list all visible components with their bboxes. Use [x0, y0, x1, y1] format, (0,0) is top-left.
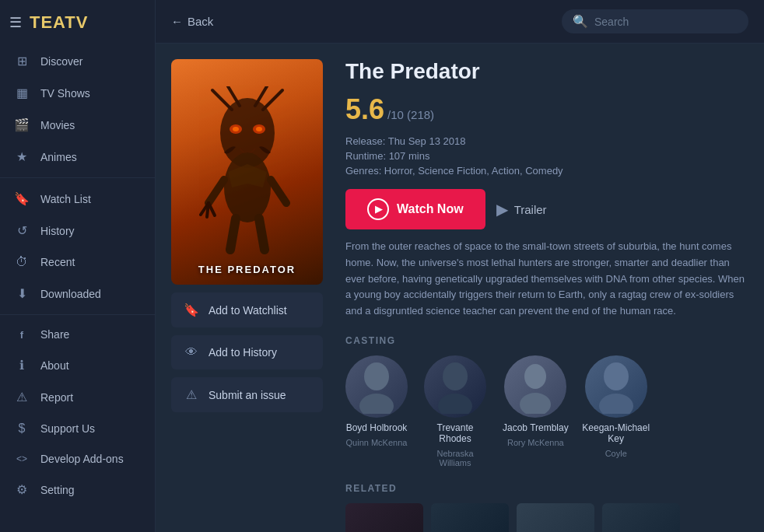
svg-point-21 — [524, 364, 546, 389]
cast-item-jacob[interactable]: Jacob Tremblay Rory McKenna — [503, 355, 569, 467]
svg-line-16 — [259, 219, 265, 250]
related-thumb-4[interactable] — [602, 503, 680, 532]
develop-icon: <> — [14, 453, 30, 464]
sidebar-label-support-us: Support Us — [40, 422, 95, 435]
history-btn-icon: 👁 — [184, 345, 199, 359]
casting-label: CASTING — [345, 335, 748, 346]
sidebar-label-about: About — [40, 359, 69, 372]
cast-char-trevante: Nebraska Williams — [420, 449, 490, 467]
sidebar-label-setting: Setting — [40, 484, 75, 496]
back-label: Back — [187, 15, 213, 28]
sidebar-item-discover[interactable]: ⊞ Discover — [0, 45, 155, 77]
watchlist-btn-icon: 🔖 — [184, 303, 199, 317]
cast-avatar-trevante — [424, 355, 486, 418]
svg-line-1 — [212, 90, 232, 110]
sidebar-item-share[interactable]: f Share — [0, 320, 155, 349]
issue-btn-label: Submit an issue — [209, 389, 286, 401]
search-icon: 🔍 — [573, 14, 588, 29]
setting-icon: ⚙ — [14, 482, 30, 497]
sidebar-item-setting[interactable]: ⚙ Setting — [0, 474, 155, 506]
svg-point-19 — [443, 362, 468, 390]
downloaded-icon: ⬇ — [14, 286, 30, 301]
history-btn-label: Add to History — [209, 346, 277, 359]
recent-icon: ⏱ — [14, 255, 30, 269]
cast-name-boyd: Boyd Holbrook — [346, 422, 408, 433]
cast-item-trevante[interactable]: Trevante Rhodes Nebraska Williams — [420, 355, 490, 467]
rating-row: 5.6 /10 (218) — [345, 93, 748, 126]
casting-row: Boyd Holbrook Quinn McKenna Trevante Rho… — [345, 355, 748, 467]
add-to-watchlist-button[interactable]: 🔖 Add to Watchlist — [171, 292, 323, 327]
share-icon: f — [14, 329, 30, 341]
poster-creature — [171, 59, 323, 285]
svg-line-10 — [209, 180, 224, 203]
sidebar-item-animes[interactable]: ★ Animes — [0, 141, 155, 173]
movie-title: The Predator — [345, 59, 748, 84]
sidebar-label-report: Report — [40, 391, 73, 404]
right-column: The Predator 5.6 /10 (218) Release: Thu … — [345, 59, 748, 532]
release-info: Release: Thu Sep 13 2018 — [345, 135, 748, 147]
top-bar: ← Back 🔍 — [156, 0, 764, 44]
sidebar-header: ☰ TEATV — [0, 6, 155, 45]
sidebar-label-history: History — [40, 225, 75, 237]
watch-now-label: Watch Now — [397, 202, 464, 216]
sidebar-item-develop-add-ons[interactable]: <> Develop Add-ons — [0, 444, 155, 474]
sidebar-item-report[interactable]: ⚠ Report — [0, 381, 155, 413]
runtime-info: Runtime: 107 mins — [345, 150, 748, 162]
cast-avatar-jacob — [504, 355, 566, 418]
related-thumb-1[interactable] — [345, 503, 423, 532]
trailer-icon: ▶ — [496, 200, 508, 219]
sidebar-item-history[interactable]: ↺ History — [0, 215, 155, 247]
hamburger-icon[interactable]: ☰ — [9, 14, 22, 31]
watchlist-btn-label: Add to Watchlist — [209, 304, 287, 317]
add-to-history-button[interactable]: 👁 Add to History — [171, 335, 323, 369]
sidebar-item-watchlist[interactable]: 🔖 Watch List — [0, 183, 155, 215]
svg-line-11 — [271, 180, 286, 203]
watch-now-button[interactable]: ▶ Watch Now — [345, 189, 485, 229]
cast-item-boyd[interactable]: Boyd Holbrook Quinn McKenna — [345, 355, 408, 467]
search-bar[interactable]: 🔍 — [562, 9, 748, 33]
related-label: RELATED — [345, 483, 748, 494]
movies-icon: 🎬 — [14, 117, 30, 132]
sidebar-label-tv-shows: TV Shows — [40, 87, 90, 100]
back-button[interactable]: ← Back — [171, 15, 213, 28]
rating-max: /10 (218) — [387, 108, 434, 121]
sidebar-label-share: Share — [40, 328, 69, 341]
sidebar-label-discover: Discover — [40, 55, 82, 68]
svg-point-23 — [604, 362, 629, 390]
issue-btn-icon: ⚠ — [184, 387, 199, 402]
svg-point-8 — [256, 127, 262, 131]
poster-title: THE PREDATOR — [171, 264, 323, 275]
main-content: ← Back 🔍 — [156, 0, 764, 532]
report-icon: ⚠ — [14, 390, 30, 404]
tv-shows-icon: ▦ — [14, 86, 30, 100]
sidebar-item-support-us[interactable]: $ Support Us — [0, 413, 155, 444]
sidebar-item-recent[interactable]: ⏱ Recent — [0, 247, 155, 278]
sidebar-item-tv-shows[interactable]: ▦ TV Shows — [0, 77, 155, 109]
sidebar-item-downloaded[interactable]: ⬇ Downloaded — [0, 278, 155, 310]
related-thumb-3[interactable] — [517, 503, 594, 532]
action-buttons-row: ▶ Watch Now ▶ Trailer — [345, 189, 748, 229]
sidebar-label-animes: Animes — [40, 151, 77, 163]
sidebar: ☰ TEATV ⊞ Discover ▦ TV Shows 🎬 Movies ★… — [0, 0, 156, 532]
cast-item-keegan[interactable]: Keegan-Michael Key Coyle — [581, 355, 651, 467]
cast-avatar-keegan — [585, 355, 647, 418]
related-thumb-2[interactable] — [431, 503, 509, 532]
meta-info: Release: Thu Sep 13 2018 Runtime: 107 mi… — [345, 135, 748, 177]
svg-line-15 — [230, 219, 236, 250]
content-area: THE PREDATOR 🔖 Add to Watchlist 👁 Add to… — [156, 44, 764, 532]
play-icon: ▶ — [367, 198, 389, 220]
back-arrow-icon: ← — [171, 15, 183, 28]
sidebar-item-about[interactable]: ℹ About — [0, 349, 155, 381]
submit-issue-button[interactable]: ⚠ Submit an issue — [171, 377, 323, 412]
sidebar-nav: ⊞ Discover ▦ TV Shows 🎬 Movies ★ Animes … — [0, 45, 155, 532]
cast-name-jacob: Jacob Tremblay — [503, 422, 569, 433]
sidebar-item-movies[interactable]: 🎬 Movies — [0, 109, 155, 141]
svg-point-22 — [520, 393, 551, 414]
trailer-button[interactable]: ▶ Trailer — [496, 200, 547, 219]
app-logo: TEATV — [30, 12, 88, 33]
sidebar-label-recent: Recent — [40, 256, 75, 268]
trailer-label: Trailer — [514, 203, 547, 216]
left-column: THE PREDATOR 🔖 Add to Watchlist 👁 Add to… — [171, 59, 327, 532]
search-input[interactable] — [594, 16, 738, 28]
cast-avatar-boyd — [345, 355, 408, 418]
